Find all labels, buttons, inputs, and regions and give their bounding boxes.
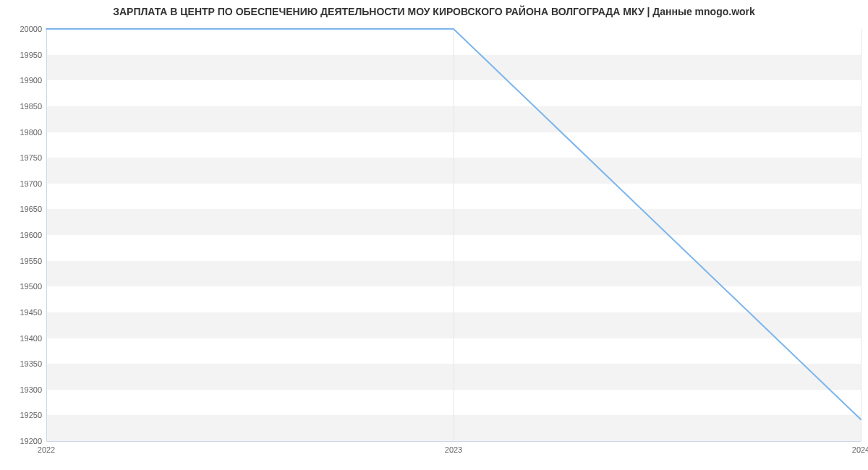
series-line xyxy=(46,29,861,419)
y-tick-label: 19650 xyxy=(20,205,46,213)
y-tick-label: 19500 xyxy=(20,282,46,291)
y-tick-label: 19900 xyxy=(20,76,46,85)
x-gridline xyxy=(861,29,861,441)
y-tick-label: 20000 xyxy=(20,25,46,33)
y-tick-label: 19600 xyxy=(20,231,46,239)
y-tick-label: 19800 xyxy=(20,128,46,137)
y-tick-label: 19950 xyxy=(20,51,46,59)
y-tick-label: 19700 xyxy=(20,179,46,188)
x-tick-label: 2024 xyxy=(852,441,868,454)
y-tick-label: 19750 xyxy=(20,153,46,162)
y-tick-label: 19450 xyxy=(20,308,46,317)
plot-area: 1920019250193001935019400194501950019550… xyxy=(46,29,861,441)
y-tick-label: 19300 xyxy=(20,385,46,394)
chart-title: ЗАРПЛАТА В ЦЕНТР ПО ОБЕСПЕЧЕНИЮ ДЕЯТЕЛЬН… xyxy=(0,6,868,17)
chart-container: ЗАРПЛАТА В ЦЕНТР ПО ОБЕСПЕЧЕНИЮ ДЕЯТЕЛЬН… xyxy=(0,0,868,470)
y-tick-label: 19350 xyxy=(20,359,46,368)
x-tick-label: 2023 xyxy=(445,441,462,454)
y-tick-label: 19400 xyxy=(20,334,46,343)
y-tick-label: 19850 xyxy=(20,102,46,111)
y-tick-label: 19250 xyxy=(20,411,46,419)
series-svg xyxy=(46,29,861,441)
x-tick-label: 2022 xyxy=(38,441,55,454)
x-axis-line xyxy=(46,441,861,442)
y-tick-label: 19550 xyxy=(20,257,46,265)
